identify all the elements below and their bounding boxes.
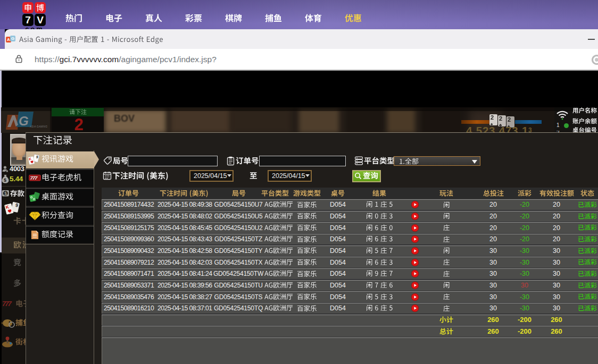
svg-text:777: 777 [2, 300, 12, 307]
svg-text:$: $ [4, 177, 6, 183]
svg-text:G: G [19, 114, 29, 128]
svg-text:ASIA GAMING: ASIA GAMING [29, 125, 47, 128]
svg-text:$: $ [4, 191, 7, 196]
svg-text:777: 777 [30, 175, 37, 181]
